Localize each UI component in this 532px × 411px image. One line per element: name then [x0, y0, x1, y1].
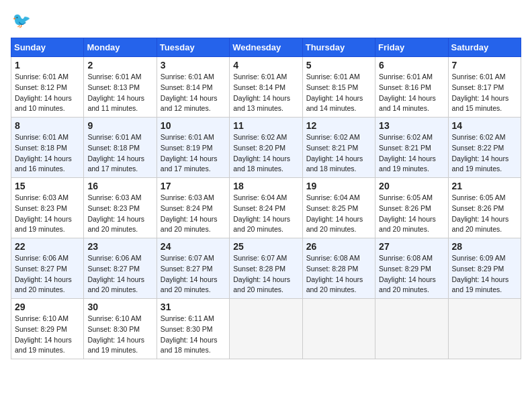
daylight-minutes: and 14 minutes.: [306, 104, 357, 112]
calendar-day-cell: 8 Sunrise: 6:01 AM Sunset: 8:18 PM Dayli…: [11, 118, 84, 178]
sunrise-label: Sunrise: 6:02 AM: [233, 133, 287, 141]
sunset-label: Sunset: 8:25 PM: [306, 204, 359, 212]
day-info: Sunrise: 6:10 AM Sunset: 8:30 PM Dayligh…: [87, 314, 152, 356]
sunrise-label: Sunrise: 6:03 AM: [15, 193, 69, 201]
daylight-minutes: and 20 minutes.: [15, 285, 65, 293]
day-info: Sunrise: 6:08 AM Sunset: 8:28 PM Dayligh…: [306, 253, 371, 295]
calendar-day-cell: 3 Sunrise: 6:01 AM Sunset: 8:14 PM Dayli…: [157, 57, 229, 118]
daylight-minutes: and 17 minutes.: [161, 165, 211, 173]
day-info: Sunrise: 6:04 AM Sunset: 8:25 PM Dayligh…: [306, 193, 371, 235]
day-info: Sunrise: 6:06 AM Sunset: 8:27 PM Dayligh…: [87, 253, 152, 295]
calendar-day-cell: 5 Sunrise: 6:01 AM Sunset: 8:15 PM Dayli…: [302, 57, 375, 118]
calendar-day-cell: 17 Sunrise: 6:03 AM Sunset: 8:24 PM Dayl…: [157, 178, 229, 238]
daylight-label: Daylight: 14 hours: [233, 215, 290, 223]
day-info: Sunrise: 6:07 AM Sunset: 8:28 PM Dayligh…: [233, 253, 298, 295]
sunset-label: Sunset: 8:27 PM: [161, 265, 213, 273]
daylight-label: Daylight: 14 hours: [306, 94, 363, 102]
daylight-minutes: and 11 minutes.: [87, 104, 138, 112]
sunrise-label: Sunrise: 6:01 AM: [161, 73, 214, 81]
sunset-label: Sunset: 8:14 PM: [233, 83, 285, 91]
daylight-label: Daylight: 14 hours: [306, 275, 363, 283]
sunset-label: Sunset: 8:12 PM: [15, 83, 67, 91]
weekday-header: Sunday: [11, 38, 84, 57]
sunrise-label: Sunrise: 6:01 AM: [87, 73, 141, 81]
weekday-header: Monday: [84, 38, 157, 57]
day-number: 1: [15, 60, 80, 71]
day-info: Sunrise: 6:01 AM Sunset: 8:18 PM Dayligh…: [15, 132, 80, 175]
calendar-day-cell: 25 Sunrise: 6:07 AM Sunset: 8:28 PM Dayl…: [230, 238, 302, 299]
daylight-minutes: and 17 minutes.: [87, 165, 138, 173]
daylight-label: Daylight: 14 hours: [452, 94, 509, 102]
daylight-minutes: and 20 minutes.: [306, 285, 357, 293]
calendar-week-row: 15 Sunrise: 6:03 AM Sunset: 8:23 PM Dayl…: [11, 178, 521, 238]
daylight-minutes: and 18 minutes.: [306, 165, 357, 173]
calendar-day-cell: 12 Sunrise: 6:02 AM Sunset: 8:21 PM Dayl…: [302, 118, 375, 178]
calendar-day-cell: 23 Sunrise: 6:06 AM Sunset: 8:27 PM Dayl…: [84, 238, 157, 299]
daylight-minutes: and 16 minutes.: [15, 165, 65, 173]
calendar-day-cell: 19 Sunrise: 6:04 AM Sunset: 8:25 PM Dayl…: [302, 178, 375, 238]
calendar-day-cell: 30 Sunrise: 6:10 AM Sunset: 8:30 PM Dayl…: [84, 299, 157, 359]
calendar-day-cell: 1 Sunrise: 6:01 AM Sunset: 8:12 PM Dayli…: [11, 57, 84, 118]
daylight-minutes: and 20 minutes.: [161, 225, 211, 233]
day-number: 30: [87, 302, 152, 312]
daylight-minutes: and 19 minutes.: [15, 346, 65, 354]
sunrise-label: Sunrise: 6:04 AM: [306, 193, 360, 201]
daylight-label: Daylight: 14 hours: [15, 336, 72, 344]
daylight-minutes: and 18 minutes.: [233, 165, 283, 173]
calendar-day-cell: 24 Sunrise: 6:07 AM Sunset: 8:27 PM Dayl…: [157, 238, 229, 299]
day-number: 28: [452, 241, 517, 252]
daylight-label: Daylight: 14 hours: [161, 94, 218, 102]
day-number: 26: [306, 241, 371, 252]
sunset-label: Sunset: 8:18 PM: [15, 144, 67, 152]
sunrise-label: Sunrise: 6:01 AM: [15, 73, 69, 81]
sunrise-label: Sunrise: 6:05 AM: [379, 193, 433, 201]
calendar-day-cell: 18 Sunrise: 6:04 AM Sunset: 8:24 PM Dayl…: [230, 178, 302, 238]
day-number: 21: [452, 181, 517, 191]
sunset-label: Sunset: 8:27 PM: [15, 265, 67, 273]
daylight-label: Daylight: 14 hours: [379, 215, 436, 223]
daylight-minutes: and 20 minutes.: [161, 285, 211, 293]
day-info: Sunrise: 6:05 AM Sunset: 8:26 PM Dayligh…: [452, 193, 517, 235]
calendar-day-cell: 22 Sunrise: 6:06 AM Sunset: 8:27 PM Dayl…: [11, 238, 84, 299]
sunrise-label: Sunrise: 6:01 AM: [161, 133, 214, 141]
calendar-day-cell: 11 Sunrise: 6:02 AM Sunset: 8:20 PM Dayl…: [230, 118, 302, 178]
calendar-day-cell: 26 Sunrise: 6:08 AM Sunset: 8:28 PM Dayl…: [302, 238, 375, 299]
daylight-label: Daylight: 14 hours: [306, 215, 363, 223]
day-number: 9: [87, 120, 152, 131]
daylight-minutes: and 20 minutes.: [87, 285, 138, 293]
sunset-label: Sunset: 8:30 PM: [87, 325, 140, 333]
weekday-header: Thursday: [302, 38, 375, 57]
sunrise-label: Sunrise: 6:03 AM: [87, 193, 141, 201]
day-number: 4: [233, 60, 298, 71]
day-info: Sunrise: 6:11 AM Sunset: 8:30 PM Dayligh…: [161, 314, 226, 356]
logo-icon: 🐦: [11, 11, 32, 32]
calendar-day-cell: 10 Sunrise: 6:01 AM Sunset: 8:19 PM Dayl…: [157, 118, 229, 178]
calendar-day-cell: [302, 299, 375, 359]
day-info: Sunrise: 6:01 AM Sunset: 8:14 PM Dayligh…: [161, 72, 226, 114]
day-info: Sunrise: 6:03 AM Sunset: 8:23 PM Dayligh…: [15, 193, 80, 235]
day-info: Sunrise: 6:07 AM Sunset: 8:27 PM Dayligh…: [161, 253, 226, 295]
calendar-week-row: 29 Sunrise: 6:10 AM Sunset: 8:29 PM Dayl…: [11, 299, 521, 359]
calendar-day-cell: 31 Sunrise: 6:11 AM Sunset: 8:30 PM Dayl…: [157, 299, 229, 359]
sunset-label: Sunset: 8:30 PM: [161, 325, 213, 333]
calendar-day-cell: 9 Sunrise: 6:01 AM Sunset: 8:18 PM Dayli…: [84, 118, 157, 178]
weekday-header: Friday: [375, 38, 448, 57]
daylight-label: Daylight: 14 hours: [379, 94, 436, 102]
sunset-label: Sunset: 8:26 PM: [452, 204, 504, 212]
day-info: Sunrise: 6:10 AM Sunset: 8:29 PM Dayligh…: [15, 314, 80, 356]
day-info: Sunrise: 6:01 AM Sunset: 8:16 PM Dayligh…: [379, 72, 444, 114]
sunset-label: Sunset: 8:19 PM: [161, 144, 213, 152]
sunrise-label: Sunrise: 6:04 AM: [233, 193, 287, 201]
calendar-table: SundayMondayTuesdayWednesdayThursdayFrid…: [11, 38, 521, 359]
day-info: Sunrise: 6:02 AM Sunset: 8:20 PM Dayligh…: [233, 132, 298, 175]
sunrise-label: Sunrise: 6:08 AM: [306, 254, 360, 262]
sunrise-label: Sunrise: 6:05 AM: [452, 193, 506, 201]
calendar-day-cell: 6 Sunrise: 6:01 AM Sunset: 8:16 PM Dayli…: [375, 57, 448, 118]
day-number: 6: [379, 60, 444, 71]
daylight-label: Daylight: 14 hours: [379, 154, 436, 163]
calendar-day-cell: 27 Sunrise: 6:08 AM Sunset: 8:29 PM Dayl…: [375, 238, 448, 299]
calendar-day-cell: 14 Sunrise: 6:02 AM Sunset: 8:22 PM Dayl…: [448, 118, 521, 178]
sunrise-label: Sunrise: 6:01 AM: [87, 133, 141, 141]
sunset-label: Sunset: 8:24 PM: [161, 204, 213, 212]
sunrise-label: Sunrise: 6:06 AM: [87, 254, 141, 262]
